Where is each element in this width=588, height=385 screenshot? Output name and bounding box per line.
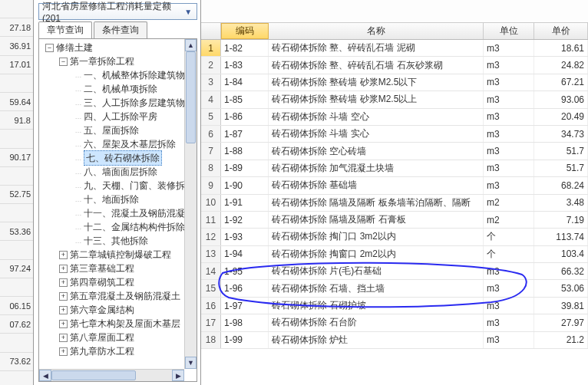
header-label: 单位 [500,25,518,38]
toolbar-fragment [201,0,588,23]
tree-node[interactable]: +第五章混凝土及钢筋混凝土 [41,289,197,303]
tree-node[interactable]: +第八章屋面工程 [41,331,197,344]
tree-node-label: 六、屋架及木基层拆除 [84,137,176,151]
tree-node[interactable]: …三、人工拆除多层建筑物 [41,96,197,110]
tree-node[interactable]: +第三章基础工程 [41,262,197,275]
tree-node-label: 第八章屋面工程 [70,331,134,344]
left-value [0,167,33,186]
tree-node[interactable]: +第七章木构架及屋面木基层 [41,317,197,331]
table-row[interactable]: 101-91砖石砌体拆除 隔墙及隔断 板条墙苇泊隔断、隔断m23.48 [201,195,588,212]
cell-index: 9 [201,177,221,193]
left-value [0,241,33,259]
scroll-up-button[interactable]: ▲ [185,39,197,51]
scroll-thumb[interactable] [186,51,196,143]
table-row[interactable]: 91-90砖石砌体拆除 基础墙m368.24 [201,177,588,194]
tree-node[interactable]: +第四章砌筑工程 [41,275,197,289]
cell-price: 68.24 [534,177,588,193]
table-row[interactable]: 71-88砖石砌体拆除 空心砖墙m351.7 [201,143,588,160]
expand-icon[interactable]: + [59,320,68,328]
tab-condition-query[interactable]: 条件查询 [94,21,147,38]
tree-node[interactable]: …六、屋架及木基层拆除 [41,137,197,151]
table-row[interactable]: 181-99砖石砌体拆除 炉灶m321.2 [201,332,588,349]
tree-node[interactable]: …四、人工拆除平房 [41,110,197,123]
tree-node[interactable]: +第二章城镇控制爆破工程 [41,248,197,262]
cell-price: 3.48 [534,195,588,211]
cell-price: 51.7 [534,160,588,176]
tree-node[interactable]: …七、砖石砌体拆除 [41,151,197,165]
expand-icon[interactable]: + [59,306,68,314]
left-value [0,0,33,18]
scroll-track[interactable] [185,51,197,357]
tree-node[interactable]: +第六章金属结构 [41,303,197,317]
quota-dropdown[interactable]: 河北省房屋修缮工程消耗量定额(201 ▼ [38,3,197,20]
scroll-left-button[interactable]: ◀ [39,370,51,381]
cell-unit: m3 [484,280,534,296]
header-price[interactable]: 单价 [534,23,588,39]
scroll-right-button[interactable]: ▶ [172,370,184,381]
tab-chapter-query[interactable]: 章节查询 [38,21,92,38]
header-label: 单价 [552,25,570,38]
data-grid: 编码 名称 单位 单价 11-82砖石砌体拆除 整、碎砖乱石墙 泥砌m318.6… [201,0,588,385]
table-row[interactable]: 31-84砖石砌体拆除 整砖墙 砂浆M2.5以下m367.21 [201,74,588,91]
tree-node[interactable]: …十一、混凝土及钢筋混凝 [41,206,197,220]
collapse-icon[interactable]: − [59,58,68,66]
expand-icon[interactable]: + [59,265,68,273]
cell-index: 11 [201,212,221,228]
table-row[interactable]: 131-94砖石砌体拆除 掏窗口 2m2以内个103.4 [201,246,588,263]
cell-index: 1 [201,40,221,56]
expand-icon[interactable]: + [59,347,68,356]
table-row[interactable]: 51-86砖石砌体拆除 斗墙 空心m320.49 [201,109,588,126]
table-row[interactable]: 81-89砖石砌体拆除 加气混凝土块墙m351.7 [201,160,588,177]
tree-node-label: 第三章基础工程 [70,262,134,275]
expand-icon[interactable]: + [59,251,68,259]
tree-node-label: 十、地面拆除 [84,192,139,206]
tree-node[interactable]: +第九章防水工程 [41,344,197,358]
cell-name: 砖石砌体拆除 石砌护坡 [269,298,484,314]
horizontal-scrollbar[interactable]: ◀ ▶ [39,369,184,381]
tree-node-label: 第二章城镇控制爆破工程 [70,248,171,262]
header-unit[interactable]: 单位 [484,23,534,39]
cell-price: 21.2 [534,332,588,348]
header-code[interactable]: 编码 [221,23,269,39]
cell-index: 16 [201,298,221,314]
expand-icon[interactable]: + [59,292,68,301]
table-row[interactable]: 141-95砖石砌体拆除 片(毛)石基础m366.32 [201,263,588,280]
header-index[interactable] [201,23,221,39]
table-row[interactable]: 111-92砖石砌体拆除 隔墙及隔断 石膏板m27.19 [201,212,588,229]
tree-node[interactable]: −第一章拆除工程 [41,54,197,68]
tree-node[interactable]: …十二、金属结构构件拆除 [41,220,197,234]
tree-node-label: 一、机械整体拆除建筑物 [84,68,185,82]
table-row[interactable]: 151-96砖石砌体拆除 石墙、挡土墙m353.06 [201,280,588,297]
table-row[interactable]: 41-85砖石砌体拆除 整砖墙 砂浆M2.5以上m393.06 [201,91,588,108]
tree-node[interactable]: …一、机械整体拆除建筑物 [41,68,197,82]
left-value: 17.01 [0,56,33,74]
table-row[interactable]: 21-83砖石砌体拆除 整、碎砖乱石墙 石灰砂浆砌m324.82 [201,57,588,74]
tree-node[interactable]: …十、地面拆除 [41,192,197,206]
header-name[interactable]: 名称 [269,23,484,39]
expand-icon[interactable]: + [59,278,68,287]
table-row[interactable]: 171-98砖石砌体拆除 石台阶m327.97 [201,314,588,331]
tree-node[interactable]: −修缮土建 [41,41,197,54]
scroll-down-button[interactable]: ▼ [185,357,197,369]
table-row[interactable]: 161-97砖石砌体拆除 石砌护坡m339.81 [201,298,588,314]
left-panel-fragment: 27.1836.9117.0159.6491.890.1752.7553.369… [0,0,34,385]
tree-node[interactable]: …五、屋面拆除 [41,123,197,137]
table-row[interactable]: 11-82砖石砌体拆除 整、碎砖乱石墙 泥砌m318.61 [201,40,588,57]
cell-unit: m3 [484,143,534,159]
tree-node[interactable]: …二、机械单项拆除 [41,82,197,96]
tree-node[interactable]: …八、墙面面层拆除 [41,165,197,179]
cell-code: 1-83 [221,57,269,73]
left-value: 27.18 [0,18,33,37]
tree-node[interactable]: …九、天棚、门窗、装修拆除 [41,179,197,192]
hscroll-thumb[interactable] [51,370,136,380]
tree-node[interactable]: …十三、其他拆除 [41,234,197,248]
expand-icon[interactable]: + [59,334,68,342]
cell-index: 7 [201,143,221,159]
table-row[interactable]: 61-87砖石砌体拆除 斗墙 实心m334.73 [201,126,588,143]
cell-index: 3 [201,74,221,90]
tree-node-label: 七、砖石砌体拆除 [84,150,162,166]
chapter-tree[interactable]: −修缮土建−第一章拆除工程…一、机械整体拆除建筑物…二、机械单项拆除…三、人工拆… [39,39,197,360]
collapse-icon[interactable]: − [45,44,54,52]
vertical-scrollbar[interactable]: ▲ ▼ [184,39,197,369]
table-row[interactable]: 121-93砖石砌体拆除 掏门口 3m2以内个113.74 [201,229,588,245]
